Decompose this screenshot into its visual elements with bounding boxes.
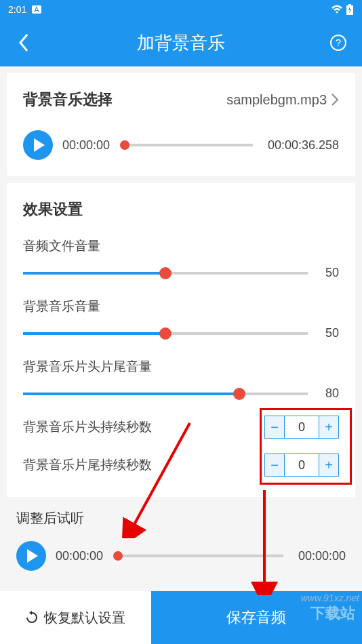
bgm-progress-thumb[interactable]: [120, 140, 129, 150]
bgm-time-current: 00:00:00: [62, 138, 110, 153]
stepper-plus-button[interactable]: +: [319, 416, 338, 438]
chevron-right-icon: [331, 93, 339, 106]
stepper-value: 0: [284, 416, 319, 438]
bottom-bar: 恢复默认设置 保存音频: [0, 591, 362, 644]
preview-progress-track[interactable]: [118, 555, 283, 557]
preview-time-current: 00:00:00: [56, 549, 103, 563]
bgm-card: 背景音乐选择 samplebgm.mp3 00:00:00 00:00:36.2…: [7, 73, 355, 176]
help-button[interactable]: ?: [328, 33, 348, 53]
slider-label-headtail-volume: 背景音乐片头片尾音量: [23, 358, 339, 376]
slider-value: 50: [319, 266, 339, 280]
stepper-label-tail-sec: 背景音乐片尾持续秒数: [23, 456, 152, 474]
preview-title: 调整后试听: [16, 509, 346, 527]
stepper-minus-button[interactable]: −: [265, 454, 284, 476]
bgm-play-button[interactable]: [23, 130, 53, 160]
stepper-label-head-sec: 背景音乐片头持续秒数: [23, 418, 152, 436]
slider-value: 80: [319, 386, 339, 401]
stepper-plus-button[interactable]: +: [319, 454, 338, 476]
reset-label: 恢复默认设置: [44, 609, 125, 627]
stepper-tail-sec: − 0 +: [264, 454, 339, 477]
app-bar: 加背景音乐 ?: [0, 19, 362, 66]
slider-bgm-volume[interactable]: [23, 332, 308, 335]
reset-icon: [25, 611, 39, 624]
preview-section: 调整后试听 00:00:00 00:00:00: [7, 509, 355, 571]
bgm-progress-track[interactable]: [125, 144, 253, 146]
slider-thumb[interactable]: [159, 327, 172, 340]
slider-value: 50: [319, 326, 339, 340]
slider-headtail-volume[interactable]: [23, 393, 308, 395]
bgm-time-total: 00:00:36.258: [268, 138, 339, 153]
effects-title: 效果设置: [23, 199, 339, 220]
slider-label-bgm-volume: 背景音乐音量: [23, 298, 339, 315]
svg-text:?: ?: [336, 37, 341, 48]
status-time: 2:01: [8, 4, 26, 15]
status-app-icon: A: [32, 5, 41, 14]
svg-rect-0: [348, 4, 351, 5]
slider-label-audio-volume: 音频文件音量: [23, 237, 339, 255]
preview-progress-thumb[interactable]: [113, 551, 123, 561]
stepper-head-sec: − 0 +: [264, 416, 339, 439]
save-button[interactable]: 保存音频: [151, 591, 363, 644]
slider-thumb[interactable]: [233, 388, 245, 400]
stepper-minus-button[interactable]: −: [265, 416, 284, 438]
bgm-filename: samplebgm.mp3: [226, 92, 327, 108]
battery-icon: [346, 4, 354, 15]
effects-card: 效果设置 音频文件音量 50 背景音乐音量 50 背景音乐片头片尾音量 80 背…: [7, 183, 355, 497]
save-label: 保存音频: [226, 607, 286, 628]
slider-thumb[interactable]: [159, 267, 172, 279]
preview-play-button[interactable]: [16, 541, 46, 571]
status-bar: 2:01 A: [0, 0, 362, 19]
preview-time-total: 00:00:00: [298, 549, 346, 563]
bgm-select-row[interactable]: 背景音乐选择 samplebgm.mp3: [23, 89, 339, 110]
back-button[interactable]: [14, 33, 34, 53]
slider-audio-volume[interactable]: [23, 272, 308, 275]
wifi-icon: [331, 5, 343, 14]
reset-button[interactable]: 恢复默认设置: [0, 591, 151, 644]
bgm-player: 00:00:00 00:00:36.258: [23, 130, 339, 160]
bgm-select-label: 背景音乐选择: [23, 89, 113, 110]
stepper-value: 0: [284, 454, 319, 476]
page-title: 加背景音乐: [34, 31, 328, 55]
